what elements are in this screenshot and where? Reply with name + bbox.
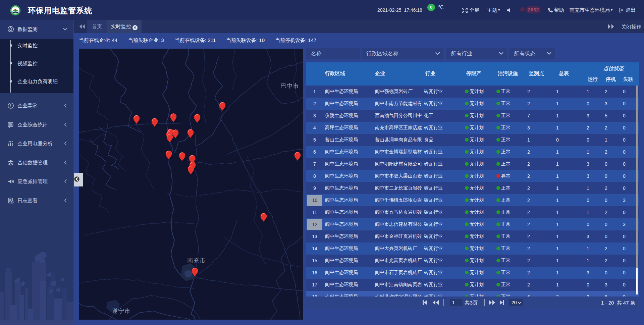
- svg-text:南充市: 南充市: [187, 257, 206, 264]
- svg-text:遂宁市: 遂宁市: [112, 308, 131, 314]
- svg-text:巴中市: 巴中市: [280, 83, 299, 89]
